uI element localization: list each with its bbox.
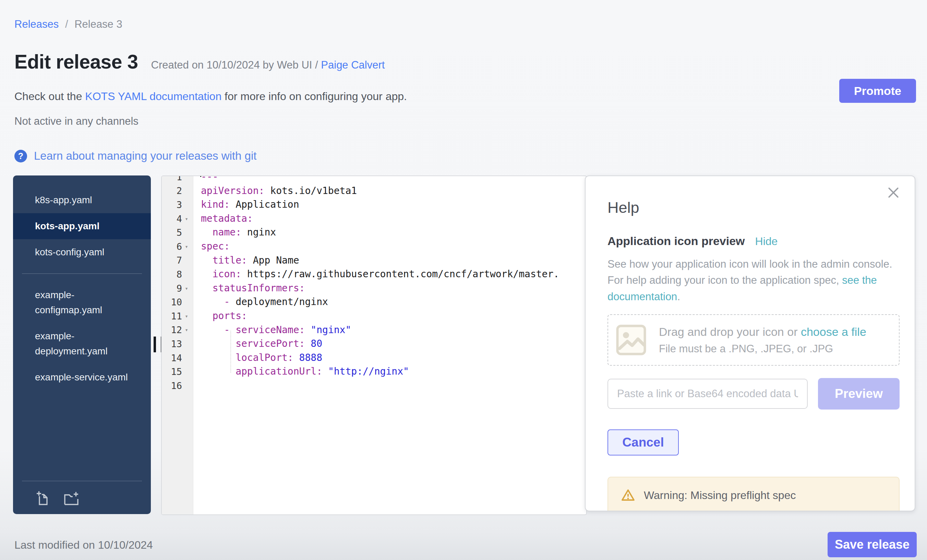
- gutter-line-15: 15: [162, 365, 193, 379]
- sidebar-footer: [13, 481, 151, 507]
- docs-note-suffix: for more info on configuring your app.: [222, 90, 407, 102]
- gutter-line-1: 1: [162, 176, 193, 184]
- git-help-row: ? Learn about managing your releases wit…: [14, 149, 407, 162]
- code-line-1[interactable]: ---: [201, 176, 586, 184]
- page-title: Edit release 3: [14, 50, 138, 73]
- gutter-line-16: 16: [162, 379, 193, 393]
- image-placeholder-icon: [616, 324, 647, 356]
- fold-arrow-icon[interactable]: ▾: [182, 216, 191, 222]
- preflight-warning-box: Warning: Missing preflight spec Warning …: [608, 477, 900, 511]
- warning-detail: Warning preflight-spec. Learn how to con…: [621, 511, 886, 511]
- help-title: Help: [608, 199, 900, 217]
- dropzone-file-types: File must be a .PNG, .JPEG, or .JPG: [659, 343, 866, 355]
- edit-release-page: { "breadcrumb": { "link": "Releases", "s…: [0, 0, 927, 560]
- breadcrumb-current: Release 3: [74, 18, 122, 30]
- code-line-2[interactable]: apiVersion: kots.io/v1beta1: [201, 184, 586, 198]
- add-folder-icon[interactable]: [63, 490, 79, 507]
- gutter-line-11: 11▾: [162, 309, 193, 323]
- breadcrumb: Releases / Release 3: [14, 18, 407, 30]
- docs-note: Check out the KOTS YAML documentation fo…: [14, 90, 407, 103]
- gutter-line-12: 12▾: [162, 323, 193, 337]
- dropzone-instruction: Drag and drop your icon or choose a file: [659, 325, 866, 338]
- sidebar-divider: [22, 481, 142, 481]
- git-releases-link[interactable]: Learn about managing your releases with …: [34, 149, 257, 162]
- sidebar-item-kots-app.yaml[interactable]: kots-app.yaml: [13, 213, 151, 239]
- code-line-11[interactable]: ports:: [201, 309, 586, 323]
- gutter-line-10: 10: [162, 295, 193, 309]
- code-line-15[interactable]: applicationUrl: "http://nginx": [201, 365, 586, 379]
- description-suffix: .: [677, 291, 680, 303]
- channel-status: Not active in any channels: [14, 115, 407, 127]
- gutter-line-4: 4▾: [162, 212, 193, 226]
- release-author-link[interactable]: Paige Calvert: [321, 59, 384, 71]
- gutter-line-6: 6▾: [162, 240, 193, 253]
- fold-arrow-icon[interactable]: ▾: [182, 243, 191, 250]
- gutter-line-5: 5: [162, 226, 193, 240]
- text-cursor: [200, 176, 201, 177]
- fold-arrow-icon[interactable]: ▾: [182, 285, 191, 291]
- page-header: Releases / Release 3 Edit release 3 Crea…: [14, 18, 407, 162]
- sidebar-item-example-deployment.yaml[interactable]: example-deployment.yaml: [13, 323, 151, 364]
- icon-preview-description: See how your application icon will look …: [608, 256, 898, 305]
- sidebar-item-kots-config.yaml[interactable]: kots-config.yaml: [13, 239, 151, 265]
- gutter-line-13: 13: [162, 337, 193, 351]
- cancel-button[interactable]: Cancel: [608, 429, 679, 455]
- file-sidebar: k8s-app.yamlkots-app.yamlkots-config.yam…: [13, 176, 151, 514]
- code-line-13[interactable]: servicePort: 80: [201, 337, 586, 351]
- fold-arrow-icon[interactable]: ▾: [182, 326, 191, 333]
- kots-yaml-docs-link[interactable]: KOTS YAML documentation: [85, 90, 222, 102]
- code-line-9[interactable]: statusInformers:: [201, 281, 586, 296]
- add-file-icon[interactable]: [34, 490, 51, 507]
- breadcrumb-separator: /: [65, 18, 68, 30]
- gutter-line-2: 2: [162, 184, 193, 198]
- preview-button[interactable]: Preview: [818, 378, 900, 410]
- code-line-6[interactable]: spec:: [201, 240, 586, 253]
- sidebar-item-k8s-app.yaml[interactable]: k8s-app.yaml: [13, 187, 151, 213]
- warning-triangle-icon: [621, 489, 635, 502]
- editor-code-area[interactable]: ---apiVersion: kots.io/v1beta1kind: Appl…: [193, 176, 586, 514]
- release-meta: Created on 10/10/2024 by Web UI / Paige …: [151, 59, 385, 71]
- sidebar-divider: [22, 273, 142, 274]
- docs-note-prefix: Check out the: [14, 90, 85, 102]
- code-line-4[interactable]: metadata:: [201, 212, 586, 226]
- help-panel: Help Application icon preview Hide See h…: [585, 176, 915, 511]
- gutter-line-7: 7: [162, 253, 193, 268]
- code-line-3[interactable]: kind: Application: [201, 198, 586, 212]
- sidebar-item-example-service.yaml[interactable]: example-service.yaml: [13, 364, 151, 390]
- fold-arrow-icon[interactable]: ▾: [182, 313, 191, 319]
- breadcrumb-releases-link[interactable]: Releases: [14, 18, 59, 30]
- release-created-text: Created on 10/10/2024 by Web UI /: [151, 59, 318, 71]
- editor-gutter: 1234▾56▾789▾1011▾12▾13141516: [162, 176, 193, 514]
- code-line-5[interactable]: name: nginx: [201, 226, 586, 240]
- save-release-button[interactable]: Save release: [828, 532, 917, 557]
- close-icon[interactable]: [886, 185, 901, 200]
- gutter-line-3: 3: [162, 198, 193, 212]
- indent-guide: [230, 331, 231, 373]
- code-line-14[interactable]: localPort: 8888: [201, 351, 586, 365]
- dropzone-text: Drag and drop your icon or: [659, 325, 801, 338]
- last-modified-text: Last modified on 10/10/2024: [14, 539, 153, 551]
- sidebar-item-example-configmap.yaml[interactable]: example-configmap.yaml: [13, 282, 151, 323]
- icon-dropzone[interactable]: Drag and drop your icon or choose a file…: [608, 314, 900, 366]
- code-line-16[interactable]: [201, 379, 586, 393]
- promote-button[interactable]: Promote: [839, 79, 916, 103]
- code-line-8[interactable]: icon: https://raw.githubusercontent.com/…: [201, 267, 586, 281]
- gutter-line-14: 14: [162, 351, 193, 365]
- code-line-7[interactable]: title: App Name: [201, 253, 586, 268]
- warning-detail-text: Warning preflight-spec.: [644, 511, 759, 511]
- warning-text: Warning: Missing preflight spec: [644, 489, 796, 502]
- question-icon: ?: [14, 150, 27, 162]
- yaml-editor[interactable]: 1234▾56▾789▾1011▾12▾13141516 ---apiVersi…: [161, 176, 587, 515]
- icon-preview-title: Application icon preview: [608, 234, 745, 248]
- learn-configure-link[interactable]: Learn how to configure: [759, 511, 881, 511]
- file-list: k8s-app.yamlkots-app.yamlkots-config.yam…: [13, 187, 151, 390]
- hide-link[interactable]: Hide: [755, 235, 778, 248]
- gutter-line-8: 8: [162, 267, 193, 281]
- choose-file-link[interactable]: choose a file: [801, 325, 866, 338]
- icon-url-input[interactable]: [608, 379, 808, 409]
- code-line-10[interactable]: - deployment/nginx: [201, 295, 586, 309]
- code-line-12[interactable]: - serviceName: "nginx": [201, 323, 586, 337]
- gutter-line-9: 9▾: [162, 281, 193, 296]
